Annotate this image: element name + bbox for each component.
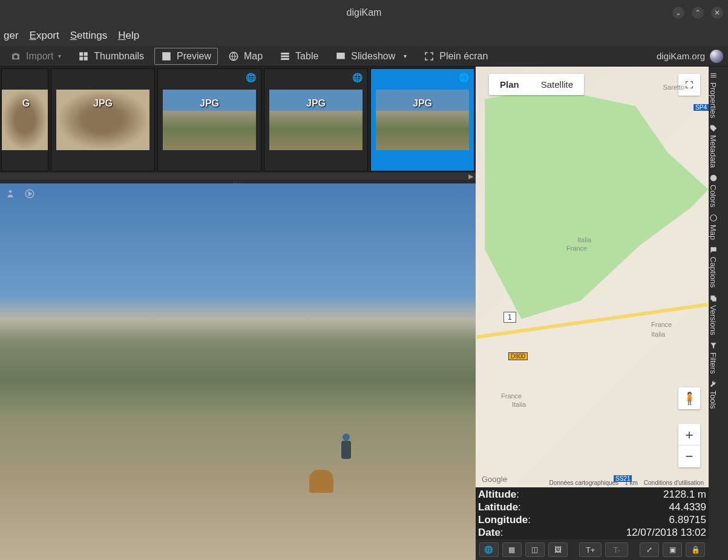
map-label: Italia bbox=[577, 236, 591, 243]
menu-ger[interactable]: ger bbox=[4, 30, 19, 42]
tab-tools[interactable]: Tools bbox=[709, 377, 718, 411]
image-icon bbox=[161, 51, 172, 62]
map-plan-tab[interactable]: Plan bbox=[489, 74, 530, 95]
map-label: Saretto bbox=[663, 84, 684, 91]
text-zoom-in-button[interactable]: T+ bbox=[579, 542, 602, 557]
map-label: France bbox=[651, 321, 672, 328]
stack-icon bbox=[709, 294, 718, 303]
image-subject bbox=[309, 470, 333, 493]
date-value: 12/07/2018 13:02 bbox=[626, 526, 706, 539]
slideshow-button[interactable]: Slideshow ▾ bbox=[329, 48, 413, 65]
tab-properties[interactable]: Properties bbox=[709, 69, 718, 120]
play-icon[interactable] bbox=[24, 188, 35, 199]
camera-icon bbox=[10, 51, 21, 62]
fullscreen-icon bbox=[424, 51, 435, 62]
text-zoom-out-button[interactable]: T- bbox=[605, 542, 628, 557]
tab-map[interactable]: Map bbox=[709, 211, 718, 242]
geo-icon: 🌐 bbox=[352, 73, 362, 82]
map-attrib-data[interactable]: Données cartographiques bbox=[549, 479, 619, 486]
longitude-value: 6.89715 bbox=[669, 513, 706, 526]
app-title: digiKam bbox=[347, 7, 382, 18]
map-marker[interactable]: 1 bbox=[503, 312, 516, 323]
thumbnail[interactable]: JPG bbox=[51, 68, 155, 171]
map-button[interactable]: Map bbox=[221, 48, 269, 65]
slideshow-icon bbox=[335, 51, 346, 62]
grid-icon bbox=[78, 51, 89, 62]
globe-icon[interactable]: 🌐 bbox=[479, 542, 499, 557]
svg-point-4 bbox=[710, 215, 717, 222]
google-logo: Google bbox=[482, 475, 507, 484]
thumbnail-selected[interactable]: JPG 🌐 bbox=[370, 68, 474, 171]
map-satellite-tab[interactable]: Satellite bbox=[530, 74, 584, 95]
crop-icon[interactable]: ▣ bbox=[663, 542, 682, 557]
grid-highlight-icon[interactable]: ▦ bbox=[502, 542, 522, 557]
map-label: France bbox=[566, 245, 587, 252]
thumbnail[interactable]: JPG 🌐 bbox=[264, 68, 368, 171]
tab-captions[interactable]: Captions bbox=[709, 243, 718, 290]
tab-filters[interactable]: Filters bbox=[709, 339, 718, 376]
tab-metadata[interactable]: Metadata bbox=[709, 122, 718, 170]
latitude-value: 44.4339 bbox=[669, 501, 706, 513]
geo-icon: 🌐 bbox=[246, 73, 256, 82]
svg-point-1 bbox=[9, 190, 12, 193]
digikam-org-link[interactable]: digiKam.org bbox=[657, 51, 705, 61]
map-label: Italia bbox=[512, 401, 526, 408]
thumbnail-strip: G JPG JPG 🌐 JPG 🌐 JPG 🌐 bbox=[0, 67, 476, 173]
geo-metadata: Altitude:2128.1 m Latitude:44.4339 Longi… bbox=[476, 487, 709, 539]
map-view[interactable]: Plan Satellite 🧍 ＋ − 1 Saretto Italia Fr… bbox=[476, 67, 709, 487]
geo-icon: 🌐 bbox=[459, 73, 469, 82]
image-icon[interactable]: 🖼 bbox=[548, 542, 568, 557]
tag-icon bbox=[709, 124, 718, 133]
map-label: Italia bbox=[651, 331, 665, 338]
altitude-value: 2128.1 m bbox=[663, 488, 706, 501]
right-sidebar-tabs: Properties Metadata Colors Map Captions … bbox=[709, 67, 718, 560]
caption-icon bbox=[709, 246, 718, 254]
preview-button[interactable]: Preview bbox=[154, 48, 218, 65]
menu-help[interactable]: Help bbox=[118, 30, 139, 42]
map-label: France bbox=[501, 392, 522, 400]
menu-bar: ger Export Settings Help bbox=[0, 25, 728, 46]
thumbnail[interactable]: G bbox=[1, 68, 48, 171]
scroll-right-icon[interactable]: ▶ bbox=[468, 173, 473, 180]
person-icon[interactable] bbox=[5, 188, 16, 199]
minimize-icon[interactable]: ⌄ bbox=[672, 7, 684, 19]
pegman-icon[interactable]: 🧍 bbox=[678, 387, 700, 409]
table-icon bbox=[280, 51, 290, 62]
thumbnails-button[interactable]: Thumbnails bbox=[71, 48, 151, 65]
region-select-icon[interactable]: ◫ bbox=[525, 542, 545, 557]
dropdown-icon: ▾ bbox=[404, 53, 407, 59]
menu-export[interactable]: Export bbox=[30, 30, 59, 42]
list-icon bbox=[709, 71, 718, 80]
globe-icon bbox=[709, 214, 718, 222]
map-toolbar: 🌐 ▦ ◫ 🖼 T+ T- ⤢ ▣ 🔒 bbox=[476, 539, 709, 560]
map-terms[interactable]: Conditions d'utilisation bbox=[644, 479, 704, 486]
table-button[interactable]: Table bbox=[273, 48, 325, 65]
svg-point-3 bbox=[710, 175, 717, 182]
import-button[interactable]: Import ▾ bbox=[4, 48, 68, 65]
digikam-logo-icon[interactable] bbox=[710, 50, 723, 63]
palette-icon bbox=[709, 174, 718, 182]
dropdown-icon: ▾ bbox=[58, 53, 61, 59]
lock-icon[interactable]: 🔒 bbox=[686, 542, 705, 557]
thumbnail[interactable]: JPG 🌐 bbox=[157, 68, 261, 171]
tab-versions[interactable]: Versions bbox=[709, 292, 718, 338]
tab-colors[interactable]: Colors bbox=[709, 171, 718, 210]
road-label: D900 bbox=[508, 352, 528, 360]
map-scale: 1 km bbox=[625, 479, 638, 486]
road-label: SP4 bbox=[694, 104, 709, 111]
maximize-icon[interactable]: ⌃ bbox=[692, 7, 704, 19]
image-subject bbox=[338, 432, 355, 466]
title-bar: digiKam ⌄ ⌃ ✕ bbox=[0, 0, 728, 25]
close-icon[interactable]: ✕ bbox=[711, 7, 723, 19]
wrench-icon bbox=[709, 380, 718, 388]
zoom-in-button[interactable]: ＋ bbox=[678, 424, 700, 446]
toolbar: Import ▾ Thumbnails Preview Map Table Sl… bbox=[0, 46, 728, 67]
fullscreen-button[interactable]: Plein écran bbox=[417, 48, 494, 65]
menu-settings[interactable]: Settings bbox=[70, 30, 107, 42]
preview-area[interactable] bbox=[0, 183, 476, 560]
filter-icon bbox=[709, 341, 718, 350]
zoom-out-button[interactable]: − bbox=[678, 446, 700, 467]
globe-icon bbox=[228, 51, 239, 62]
fit-icon[interactable]: ⤢ bbox=[640, 542, 659, 557]
